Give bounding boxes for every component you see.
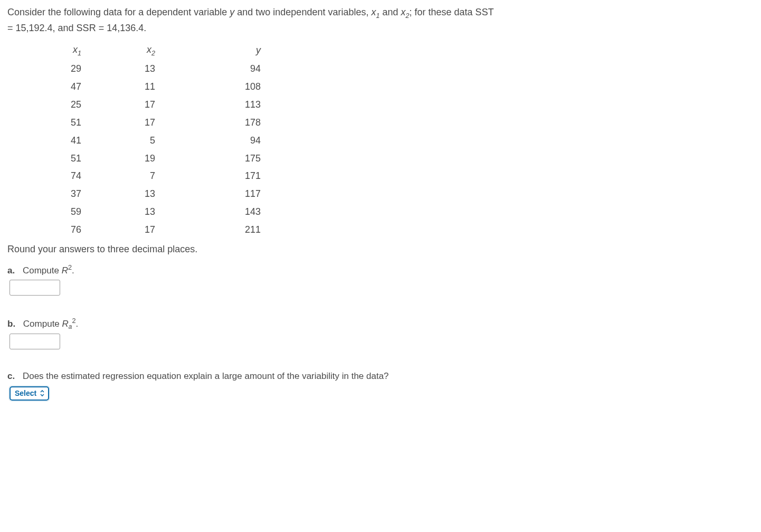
- part-c: c. Does the estimated regression equatio…: [7, 369, 754, 383]
- cell-x1: 76: [34, 221, 81, 239]
- intro-text: = 15,192.4, and SSR = 14,136.4.: [7, 23, 146, 33]
- cell-y: 175: [155, 150, 261, 168]
- intro-text: and two independent variables,: [234, 7, 371, 17]
- cell-x2: 17: [81, 114, 155, 132]
- intro-text: Consider the following data for a depend…: [7, 7, 230, 17]
- table-row: 2517113: [34, 96, 261, 114]
- header-y: y: [155, 41, 261, 60]
- cell-x2: 17: [81, 96, 155, 114]
- table-row: 5913143: [34, 203, 261, 221]
- cell-x1: 29: [34, 60, 81, 78]
- select-label: Select: [15, 388, 36, 400]
- table-row: 41594: [34, 132, 261, 150]
- cell-y: 108: [155, 78, 261, 96]
- part-a-label: a.: [7, 265, 15, 276]
- cell-x1: 41: [34, 132, 81, 150]
- header-x2: x2: [81, 41, 155, 60]
- chevron-up-down-icon: [40, 390, 45, 398]
- problem-intro: Consider the following data for a depend…: [7, 5, 754, 36]
- select-dropdown[interactable]: Select: [9, 386, 49, 401]
- part-b-label: b.: [7, 319, 15, 329]
- cell-x2: 13: [81, 203, 155, 221]
- var-x1: x1: [371, 7, 379, 17]
- part-b-text: Compute Ra2.: [23, 319, 78, 329]
- intro-text: ; for these data SST: [410, 7, 494, 17]
- cell-y: 117: [155, 185, 261, 203]
- table-row: 7617211: [34, 221, 261, 239]
- table-row: 3713117: [34, 185, 261, 203]
- cell-x2: 7: [81, 167, 155, 185]
- cell-x1: 51: [34, 150, 81, 168]
- intro-text: and: [379, 7, 401, 17]
- cell-y: 178: [155, 114, 261, 132]
- part-b: b. Compute Ra2.: [7, 316, 754, 332]
- cell-y: 211: [155, 221, 261, 239]
- table-row: 4711108: [34, 78, 261, 96]
- part-a-text: Compute R2.: [23, 265, 74, 276]
- cell-y: 171: [155, 167, 261, 185]
- cell-y: 94: [155, 60, 261, 78]
- var-y: y: [230, 7, 234, 17]
- table-row: 747171: [34, 167, 261, 185]
- cell-x2: 13: [81, 60, 155, 78]
- cell-x1: 37: [34, 185, 81, 203]
- cell-y: 94: [155, 132, 261, 150]
- cell-x1: 47: [34, 78, 81, 96]
- cell-x2: 5: [81, 132, 155, 150]
- cell-x1: 74: [34, 167, 81, 185]
- var-x2: x2: [401, 7, 410, 17]
- cell-x2: 19: [81, 150, 155, 168]
- cell-x1: 25: [34, 96, 81, 114]
- cell-x2: 11: [81, 78, 155, 96]
- cell-x1: 51: [34, 114, 81, 132]
- table-row: 291394: [34, 60, 261, 78]
- cell-x2: 13: [81, 185, 155, 203]
- cell-y: 143: [155, 203, 261, 221]
- table-row: 5119175: [34, 150, 261, 168]
- rounding-instruction: Round your answers to three decimal plac…: [7, 242, 754, 257]
- part-c-text: Does the estimated regression equation e…: [23, 371, 389, 381]
- cell-x2: 17: [81, 221, 155, 239]
- data-table: x1 x2 y 29139447111082517113511717841594…: [34, 41, 261, 239]
- table-row: 5117178: [34, 114, 261, 132]
- part-c-label: c.: [7, 371, 15, 381]
- cell-y: 113: [155, 96, 261, 114]
- table-header-row: x1 x2 y: [34, 41, 261, 60]
- cell-x1: 59: [34, 203, 81, 221]
- answer-input-a[interactable]: [9, 280, 60, 296]
- part-a: a. Compute R2.: [7, 262, 754, 278]
- header-x1: x1: [34, 41, 81, 60]
- answer-input-b[interactable]: [9, 334, 60, 349]
